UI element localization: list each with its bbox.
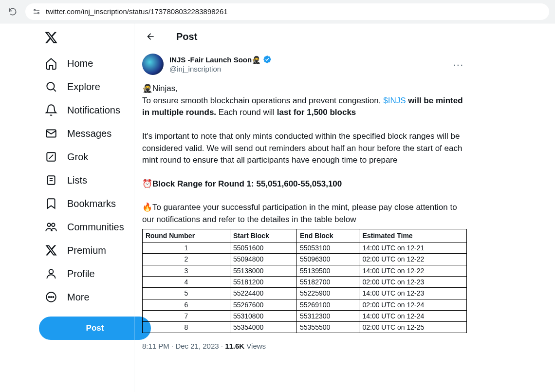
- people-icon: [45, 221, 57, 233]
- body-line1-bold2: last for 1,500 blocks: [277, 108, 356, 117]
- mail-icon: [45, 127, 57, 140]
- bell-icon: [45, 104, 57, 116]
- tweet-date[interactable]: Dec 21, 2023: [175, 342, 219, 350]
- bookmark-icon: [45, 197, 57, 210]
- author-handle[interactable]: @inj_inscription: [169, 64, 444, 74]
- table-cell: 55354000: [230, 322, 296, 333]
- nav-grok[interactable]: Grok: [39, 145, 130, 168]
- table-cell: 55355500: [296, 322, 359, 333]
- page-title: Post: [176, 31, 197, 42]
- svg-point-4: [47, 82, 54, 90]
- table-row: 4551812005518270002:00 UTC on 12-23: [143, 276, 467, 287]
- sidebar: HomeExploreNotificationsMessagesGrokList…: [0, 23, 134, 392]
- table-cell: 14:00 UTC on 12-22: [359, 265, 467, 276]
- table-cell: 55310800: [230, 310, 296, 321]
- table-cell: 55269100: [296, 299, 359, 310]
- table-cell: 55182700: [296, 276, 359, 287]
- table-cell: 14:00 UTC on 12-23: [359, 288, 467, 299]
- nav-profile[interactable]: Profile: [39, 262, 130, 285]
- nav-label: Communities: [67, 222, 124, 233]
- table-row: 2550948005509630002:00 UTC on 12-22: [143, 254, 467, 265]
- table-cell: 1: [143, 243, 230, 254]
- rounds-table: Round NumberStart BlockEnd BlockEstimate…: [142, 229, 467, 334]
- tweet: INJS -Fair Launch Soon🥷 @inj_inscription…: [134, 50, 475, 358]
- search-icon: [45, 80, 57, 93]
- views-label: Views: [246, 342, 266, 350]
- svg-point-0: [34, 9, 36, 11]
- home-icon: [45, 57, 57, 70]
- table-header: End Block: [296, 229, 359, 242]
- tweet-meta: 8:11 PM · Dec 21, 2023 · 11.6K Views: [142, 342, 467, 350]
- table-cell: 8: [143, 322, 230, 333]
- x-logo[interactable]: [39, 25, 63, 50]
- table-row: 7553108005531230014:00 UTC on 12-24: [143, 310, 467, 321]
- author-name[interactable]: INJS -Fair Launch Soon🥷: [169, 55, 261, 65]
- reload-button[interactable]: [6, 5, 19, 19]
- svg-line-5: [54, 89, 56, 92]
- nav-label: Lists: [67, 175, 87, 186]
- nav-home[interactable]: Home: [39, 52, 130, 75]
- table-cell: 2: [143, 254, 230, 265]
- nav-label: Bookmarks: [67, 198, 116, 209]
- table-cell: 55096300: [296, 254, 359, 265]
- table-row: 3551380005513950014:00 UTC on 12-22: [143, 265, 467, 276]
- verified-icon: [263, 55, 272, 64]
- tweet-time[interactable]: 8:11 PM: [142, 342, 169, 350]
- table-row: 5552244005522590014:00 UTC on 12-23: [143, 288, 467, 299]
- table-cell: 55051600: [230, 243, 296, 254]
- table-cell: 7: [143, 310, 230, 321]
- table-cell: 55225900: [296, 288, 359, 299]
- svg-point-14: [49, 269, 54, 274]
- table-cell: 55224400: [230, 288, 296, 299]
- nav-label: Notifications: [67, 105, 120, 116]
- svg-point-16: [49, 297, 50, 298]
- back-button[interactable]: [142, 28, 159, 45]
- nav-x[interactable]: Premium: [39, 239, 130, 262]
- main-header: Post: [134, 23, 475, 50]
- tweet-body: 🥷Ninjas, To ensure smooth blockchain ope…: [142, 83, 467, 333]
- nav-people[interactable]: Communities: [39, 215, 130, 239]
- nav-label: Home: [67, 58, 93, 69]
- table-cell: 55053100: [296, 243, 359, 254]
- svg-point-13: [52, 223, 55, 226]
- svg-line-8: [49, 155, 54, 159]
- table-row: 6552676005526910002:00 UTC on 12-24: [143, 299, 467, 310]
- url-bar[interactable]: twitter.com/inj_inscription/status/17378…: [25, 3, 549, 20]
- nav-more[interactable]: More: [39, 285, 130, 309]
- table-cell: 55181200: [230, 276, 296, 287]
- table-cell: 5: [143, 288, 230, 299]
- body-line3: ⏰Block Range for Round 1: 55,051,600-55,…: [142, 179, 342, 188]
- nav-bell[interactable]: Notifications: [39, 98, 130, 122]
- nav-label: Profile: [67, 268, 95, 280]
- grok-icon: [45, 150, 57, 163]
- x-icon: [45, 244, 57, 257]
- body-line1-prefix: 🥷Ninjas,: [142, 84, 178, 93]
- nav-mail[interactable]: Messages: [39, 122, 130, 145]
- site-settings-icon: [32, 7, 41, 16]
- nav-search[interactable]: Explore: [39, 75, 130, 98]
- nav-label: Explore: [67, 81, 100, 93]
- avatar[interactable]: [142, 54, 164, 75]
- svg-rect-9: [47, 176, 55, 184]
- table-cell: 4: [143, 276, 230, 287]
- nav-bookmark[interactable]: Bookmarks: [39, 192, 130, 215]
- nav-list[interactable]: Lists: [39, 168, 130, 192]
- more-button[interactable]: ···: [450, 59, 467, 70]
- main-column: Post INJS -Fair Launch Soon🥷 @inj_inscri…: [134, 23, 475, 392]
- more-icon: [45, 291, 57, 303]
- ticker-link[interactable]: $INJS: [383, 96, 406, 105]
- table-cell: 14:00 UTC on 12-21: [359, 243, 467, 254]
- table-cell: 02:00 UTC on 12-25: [359, 322, 467, 333]
- list-icon: [45, 174, 57, 187]
- svg-point-17: [51, 297, 52, 298]
- table-header: Start Block: [230, 229, 296, 242]
- table-cell: 02:00 UTC on 12-23: [359, 276, 467, 287]
- body-line1-mid: Each round will: [216, 108, 277, 117]
- table-cell: 14:00 UTC on 12-24: [359, 310, 467, 321]
- svg-point-18: [53, 297, 54, 298]
- table-cell: 55138000: [230, 265, 296, 276]
- body-line2: It's important to note that only mints c…: [142, 131, 467, 167]
- svg-point-12: [47, 223, 51, 226]
- table-cell: 02:00 UTC on 12-24: [359, 299, 467, 310]
- table-row: 8553540005535550002:00 UTC on 12-25: [143, 322, 467, 333]
